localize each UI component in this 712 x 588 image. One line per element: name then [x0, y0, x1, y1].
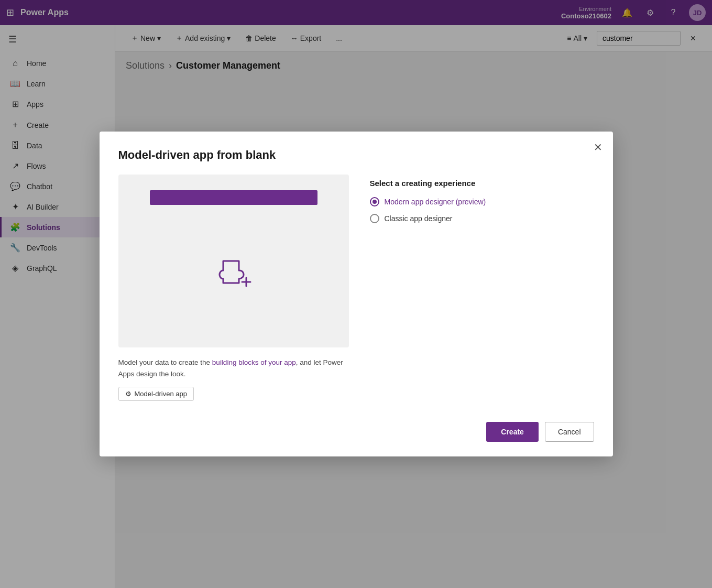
dialog-title: Model-driven app from blank — [118, 148, 594, 162]
description-part1: Model your data to create the — [118, 358, 212, 366]
radio-label-classic: Classic app designer — [385, 214, 453, 223]
app-preview-image — [118, 175, 349, 347]
dialog-body: Model your data to create the building b… — [118, 175, 594, 401]
model-driven-tag[interactable]: ⚙ Model-driven app — [118, 387, 194, 401]
model-driven-dialog: Model-driven app from blank ✕ — [100, 132, 613, 456]
dialog-left-panel: Model your data to create the building b… — [118, 175, 349, 401]
description-text: Model your data to create the building b… — [118, 357, 349, 379]
radio-circle-classic — [370, 214, 379, 223]
description-link[interactable]: building blocks of your app — [212, 358, 296, 366]
dialog-footer: Create Cancel — [118, 422, 594, 442]
model-driven-tag-label: Model-driven app — [135, 390, 187, 398]
radio-group: Modern app designer (preview) Classic ap… — [370, 197, 594, 223]
radio-circle-modern — [370, 197, 379, 206]
model-driven-tag-icon: ⚙ — [125, 390, 132, 398]
radio-option-modern[interactable]: Modern app designer (preview) — [370, 197, 594, 206]
radio-label-modern: Modern app designer (preview) — [385, 198, 486, 206]
dialog-close-button[interactable]: ✕ — [594, 142, 603, 153]
cancel-button[interactable]: Cancel — [545, 422, 594, 442]
dialog-overlay: Model-driven app from blank ✕ — [0, 0, 712, 588]
preview-header-bar — [150, 190, 317, 205]
create-button[interactable]: Create — [486, 422, 539, 442]
select-experience-label: Select a creating experience — [370, 179, 594, 188]
puzzle-icon — [213, 251, 255, 292]
radio-option-classic[interactable]: Classic app designer — [370, 214, 594, 223]
dialog-right-panel: Select a creating experience Modern app … — [370, 175, 594, 401]
